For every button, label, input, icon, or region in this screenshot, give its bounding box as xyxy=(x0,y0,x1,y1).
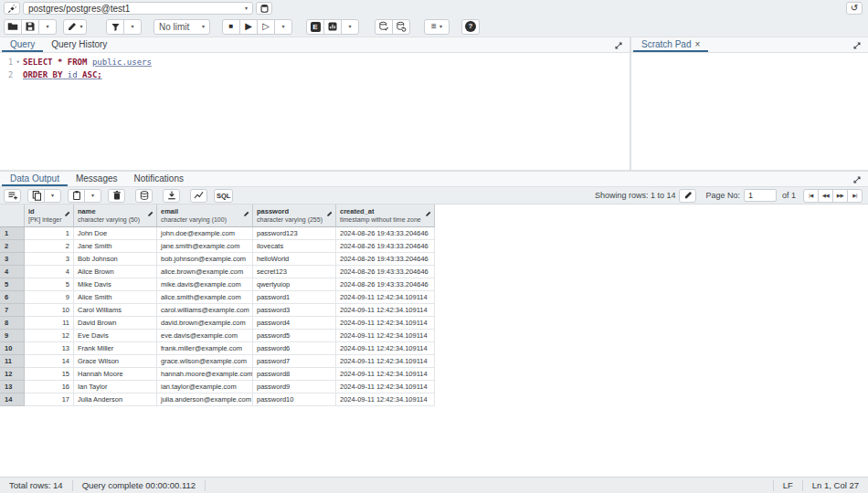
cell[interactable]: secret123 xyxy=(253,266,336,278)
execute-options-button[interactable]: ▾ xyxy=(274,19,292,35)
sql-button[interactable]: SQL xyxy=(214,189,233,203)
cell[interactable]: john.doe@example.com xyxy=(157,227,253,240)
cell[interactable]: 11 xyxy=(25,317,74,330)
filter-options-button[interactable]: ▾ xyxy=(123,19,142,35)
cell[interactable]: 2024-09-11 12:42:34.109114 xyxy=(336,381,435,393)
cell[interactable]: 16 xyxy=(25,381,74,393)
cell[interactable]: Julia Anderson xyxy=(74,393,157,406)
cell[interactable]: Eve Davis xyxy=(74,330,157,342)
column-header-name[interactable]: namecharacter varying (50) xyxy=(74,205,157,227)
cancel-query-button[interactable]: ■ xyxy=(222,19,240,35)
cell[interactable]: qwertyuiop xyxy=(253,278,336,291)
code-line[interactable]: 1▾SELECT * FROM public.users xyxy=(0,56,630,68)
cell[interactable]: bob.johnson@example.com xyxy=(157,253,253,266)
cell[interactable]: 2024-09-11 12:42:34.109114 xyxy=(336,393,435,406)
row-number[interactable]: 6 xyxy=(0,291,25,304)
tab-scratch-pad[interactable]: Scratch Pad × xyxy=(633,37,708,52)
save-options-button[interactable]: ▾ xyxy=(38,19,57,35)
cell[interactable]: ilovecats xyxy=(253,240,336,253)
cell[interactable]: password1 xyxy=(253,291,336,304)
cell[interactable]: password10 xyxy=(253,393,336,406)
edit-column-icon[interactable] xyxy=(147,211,153,217)
row-number[interactable]: 14 xyxy=(0,393,25,406)
cell[interactable]: 2024-09-11 12:42:34.109114 xyxy=(336,355,435,368)
cell[interactable]: 2024-09-11 12:42:34.109114 xyxy=(336,330,435,342)
tab-notifications[interactable]: Notifications xyxy=(126,172,192,186)
column-header-id[interactable]: id[PK] integer xyxy=(25,205,74,227)
edit-button[interactable]: ▾ xyxy=(63,19,87,35)
connection-status-button[interactable] xyxy=(4,2,20,15)
cell[interactable]: Mike Davis xyxy=(74,278,157,291)
paste-button[interactable] xyxy=(68,189,85,203)
row-limit-select[interactable]: No limit ▾ xyxy=(153,19,210,35)
cell[interactable]: 2024-08-26 19:43:33.204646 xyxy=(336,278,435,291)
cell[interactable]: 1 xyxy=(25,227,74,240)
cell[interactable]: password4 xyxy=(253,317,336,330)
cell[interactable]: 13 xyxy=(25,342,74,355)
cell[interactable]: helloWorld xyxy=(253,253,336,266)
eol-indicator[interactable]: LF xyxy=(774,480,802,491)
row-number[interactable]: 5 xyxy=(0,278,25,291)
cell[interactable]: 3 xyxy=(25,253,74,266)
delete-row-button[interactable] xyxy=(108,189,125,203)
close-icon[interactable]: × xyxy=(694,39,700,49)
copy-options-button[interactable]: ▾ xyxy=(44,189,61,203)
cell[interactable]: 15 xyxy=(25,368,74,381)
select-all-corner[interactable] xyxy=(0,205,25,227)
explain-button[interactable]: E xyxy=(306,19,324,35)
row-number[interactable]: 13 xyxy=(0,381,25,393)
cell[interactable]: mike.davis@example.com xyxy=(157,278,253,291)
cell[interactable]: Hannah Moore xyxy=(74,368,157,381)
cell[interactable]: 2024-09-11 12:42:34.109114 xyxy=(336,368,435,381)
edit-column-icon[interactable] xyxy=(243,211,249,217)
cell[interactable]: grace.wilson@example.com xyxy=(157,355,253,368)
fold-icon[interactable]: ▾ xyxy=(13,56,23,68)
add-row-button[interactable] xyxy=(4,189,21,203)
cell[interactable]: Carol Williams xyxy=(74,304,157,317)
filter-button[interactable] xyxy=(106,19,124,35)
row-number[interactable]: 8 xyxy=(0,317,25,330)
expand-output-panel-button[interactable] xyxy=(852,174,863,185)
cell[interactable]: David Brown xyxy=(74,317,157,330)
sql-editor[interactable]: 1▾SELECT * FROM public.users2ORDER BY id… xyxy=(0,53,630,81)
cell[interactable]: 17 xyxy=(25,393,74,406)
row-number[interactable]: 3 xyxy=(0,253,25,266)
cell[interactable]: 2024-08-26 19:43:33.204646 xyxy=(336,227,435,240)
execute-button[interactable]: ▶ xyxy=(239,19,258,35)
row-number[interactable]: 7 xyxy=(0,304,25,317)
tab-query-history[interactable]: Query History xyxy=(43,37,115,52)
row-number[interactable]: 10 xyxy=(0,342,25,355)
row-number[interactable]: 4 xyxy=(0,266,25,278)
first-page-button[interactable]: |◀ xyxy=(803,189,819,203)
cell[interactable]: Grace Wilson xyxy=(74,355,157,368)
page-number-input[interactable] xyxy=(744,189,777,202)
cell[interactable]: password7 xyxy=(253,355,336,368)
explain-options-button[interactable]: ▾ xyxy=(341,19,359,35)
commit-button[interactable] xyxy=(375,19,393,35)
expand-scratch-pad-button[interactable] xyxy=(852,40,863,51)
scratch-pad-editor[interactable] xyxy=(631,53,868,170)
cell[interactable]: Alice Smith xyxy=(74,291,157,304)
expand-query-panel-button[interactable] xyxy=(613,40,624,51)
help-button[interactable]: ? xyxy=(461,19,480,35)
cell[interactable]: password5 xyxy=(253,330,336,342)
cell[interactable]: hannah.moore@example.com xyxy=(157,368,253,381)
cell[interactable]: password123 xyxy=(253,227,336,240)
edit-column-icon[interactable] xyxy=(64,211,70,217)
cell[interactable]: 9 xyxy=(25,291,74,304)
cell[interactable]: 2024-08-26 19:43:33.204646 xyxy=(336,240,435,253)
cell[interactable]: John Doe xyxy=(74,227,157,240)
save-results-to-file-button[interactable] xyxy=(163,189,180,203)
prev-page-button[interactable]: ◀◀ xyxy=(818,189,833,203)
cell[interactable]: alice.brown@example.com xyxy=(157,266,253,278)
macro-button[interactable]: ≡ ▾ xyxy=(424,19,450,35)
paste-options-button[interactable]: ▾ xyxy=(84,189,101,203)
graph-visualiser-button[interactable] xyxy=(190,189,207,203)
column-header-password[interactable]: passwordcharacter varying (255) xyxy=(253,205,336,227)
save-data-changes-button[interactable] xyxy=(135,189,153,203)
connection-select[interactable]: postgres/postgres@test1 ▾ xyxy=(23,2,253,15)
cell[interactable]: Ian Taylor xyxy=(74,381,157,393)
cell[interactable]: 2 xyxy=(25,240,74,253)
code-line[interactable]: 2ORDER BY id ASC; xyxy=(0,68,630,81)
cell[interactable]: Alice Brown xyxy=(74,266,157,278)
